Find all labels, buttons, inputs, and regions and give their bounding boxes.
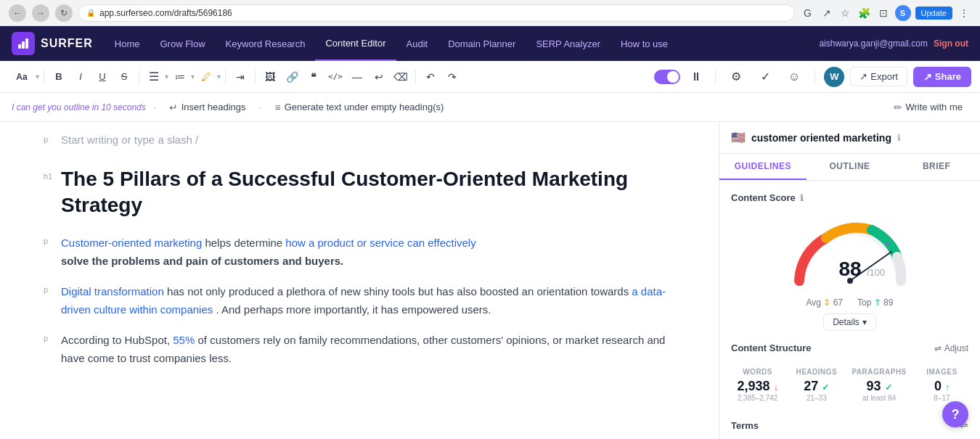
- images-arrow-icon: ↑: [945, 382, 950, 393]
- nav-item-how-to-use[interactable]: How to use: [611, 26, 678, 61]
- write-with-me-icon: ✏: [894, 102, 902, 113]
- update-button[interactable]: Update: [915, 7, 952, 20]
- settings-button[interactable]: ⚙: [724, 65, 748, 89]
- svg-rect-2: [25, 38, 28, 49]
- gauge-container: 88 /100 ✦: [731, 212, 968, 292]
- paragraph-1[interactable]: Customer-oriented marketing helps determ…: [61, 234, 476, 271]
- images-stat: IMAGES 0 ↑ 8–17: [915, 362, 968, 408]
- highlight-chevron-icon: ▾: [217, 73, 221, 81]
- structure-grid: WORDS 2,938 ↓ 2,385–2,742 HEADINGS 27 ✓ …: [731, 362, 968, 408]
- paragraphs-value: 93 ✓: [852, 379, 906, 394]
- paragraph-3[interactable]: According to HubSpot, 55% of customers r…: [61, 331, 675, 368]
- browser-bar: ← → ↻ 🔒 app.surferseo.com/drafts/5696186…: [0, 0, 980, 26]
- align-chevron-icon: ▾: [165, 73, 168, 81]
- content-score-info-icon[interactable]: ℹ: [800, 193, 804, 203]
- check-button[interactable]: ✓: [754, 65, 777, 89]
- details-button[interactable]: Details ▾: [823, 313, 876, 331]
- export-icon: ↗: [859, 71, 867, 82]
- strikethrough-button[interactable]: S: [114, 67, 134, 87]
- tab-guidelines[interactable]: GUIDELINES: [719, 154, 807, 180]
- list-button[interactable]: ≔: [170, 67, 190, 87]
- toolbar-sep-5: [415, 70, 416, 84]
- panel-header: 🇺🇸 customer oriented marketing ℹ: [719, 122, 980, 154]
- keyword-display: customer oriented marketing: [751, 132, 891, 144]
- generate-text-button[interactable]: ≡ Generate text under empty heading(s): [269, 93, 449, 122]
- code-button[interactable]: </>: [325, 67, 346, 87]
- tab-outline[interactable]: OUTLINE: [807, 154, 894, 180]
- quote-button[interactable]: ❝: [303, 67, 324, 87]
- image-button[interactable]: 🖼: [260, 67, 280, 87]
- nav-item-keyword-research[interactable]: Keyword Research: [216, 26, 316, 61]
- redo-button[interactable]: ↷: [442, 67, 462, 87]
- help-button[interactable]: ?: [942, 401, 968, 427]
- highlight-button[interactable]: 🖊: [196, 67, 216, 87]
- paragraph-3-block: p According to HubSpot, 55% of customers…: [44, 331, 675, 368]
- sub-toolbar-right: ✏ Write with me: [888, 93, 969, 122]
- line-button[interactable]: —: [347, 67, 367, 87]
- nav-item-serp-analyzer[interactable]: SERP Analyzer: [526, 26, 611, 61]
- toggle-switch[interactable]: [654, 70, 680, 84]
- article-heading[interactable]: The 5 Pillars of a Successful Customer-O…: [61, 166, 675, 219]
- p1-text1: helps determine: [205, 237, 285, 249]
- sign-out-button[interactable]: Sign out: [934, 38, 968, 49]
- export-button[interactable]: ↗ Export: [850, 67, 907, 86]
- undo-button[interactable]: ↶: [420, 67, 441, 87]
- gauge-chart: 88 /100 ✦: [785, 212, 915, 292]
- share-browser-icon[interactable]: ↗: [820, 6, 834, 20]
- right-panel: 🇺🇸 customer oriented marketing ℹ GUIDELI…: [719, 122, 980, 439]
- back-button[interactable]: ←: [9, 4, 26, 22]
- editor-area[interactable]: p Start writing or type a slash / h1 The…: [0, 122, 719, 439]
- eraser-button[interactable]: ⌫: [391, 67, 411, 87]
- user-email: aishwarya.ganji@gmail.com: [819, 38, 928, 49]
- paragraph-2[interactable]: Digital transformation has not only prod…: [61, 282, 675, 319]
- terms-section: Terms ⇌: [731, 419, 968, 431]
- forward-button[interactable]: →: [32, 4, 49, 22]
- nav-item-domain-planner[interactable]: Domain Planner: [438, 26, 526, 61]
- url-bar[interactable]: 🔒 app.surferseo.com/drafts/5696186: [78, 4, 795, 22]
- font-chevron-icon: ▾: [36, 73, 39, 81]
- emoji-button[interactable]: ☺: [783, 65, 806, 89]
- keyword-info-icon[interactable]: ℹ: [897, 133, 901, 143]
- menu-icon[interactable]: ⋮: [957, 6, 971, 20]
- headings-value: 27 ✓: [793, 379, 840, 394]
- align-button[interactable]: ☰: [144, 67, 164, 87]
- details-chevron-icon: ▾: [862, 317, 867, 327]
- lock-icon: 🔒: [86, 9, 95, 17]
- p1-link1: Customer-oriented marketing: [61, 237, 202, 249]
- p2-text2: . And perhaps more importantly, it has e…: [216, 303, 491, 316]
- write-with-me-button[interactable]: ✏ Write with me: [888, 93, 969, 122]
- star-icon[interactable]: ☆: [838, 6, 853, 20]
- font-size-button[interactable]: Aa: [9, 67, 35, 87]
- panel-tabs: GUIDELINES OUTLINE BRIEF: [719, 154, 980, 181]
- loop-button[interactable]: ↩: [369, 67, 389, 87]
- bold-button[interactable]: B: [49, 67, 69, 87]
- avg-arrow-icon: ⇕: [823, 298, 833, 308]
- svg-rect-1: [22, 41, 25, 49]
- nav-item-content-editor[interactable]: Content Editor: [315, 26, 396, 61]
- browser-avatar[interactable]: S: [895, 5, 911, 21]
- italic-button[interactable]: I: [70, 67, 91, 87]
- fullscreen-icon[interactable]: ⊡: [876, 6, 891, 20]
- main-toolbar: Aa ▾ B I U S ☰ ▾ ≔ ▾ 🖊 ▾ ⇥ 🖼 🔗 ❝ </> — ↩…: [0, 61, 980, 93]
- share-button[interactable]: ↗ Share: [913, 67, 971, 87]
- editor-placeholder: Start writing or type a slash /: [61, 134, 198, 146]
- p2-link1: Digital transformation: [61, 285, 164, 298]
- extension-icon[interactable]: 🧩: [857, 6, 872, 20]
- main-container: p Start writing or type a slash / h1 The…: [0, 122, 980, 439]
- nav-item-audit[interactable]: Audit: [396, 26, 438, 61]
- nav-item-home[interactable]: Home: [105, 26, 150, 61]
- google-icon[interactable]: G: [801, 6, 815, 20]
- words-arrow-icon: ↓: [774, 382, 778, 393]
- insert-headings-button[interactable]: ↵ Insert headings: [163, 93, 252, 122]
- link-button[interactable]: 🔗: [282, 67, 302, 87]
- nav-item-growflow[interactable]: Grow Flow: [150, 26, 215, 61]
- underline-button[interactable]: U: [92, 67, 113, 87]
- outline-prompt[interactable]: I can get you outline in 10 seconds: [12, 102, 146, 112]
- svg-text:/100: /100: [867, 267, 885, 278]
- tab-brief[interactable]: BRIEF: [893, 154, 980, 180]
- pause-button[interactable]: ⏸: [686, 67, 706, 87]
- wordpress-button[interactable]: W: [824, 67, 844, 87]
- refresh-button[interactable]: ↻: [55, 4, 73, 22]
- adjust-button[interactable]: ⇌ Adjust: [934, 343, 968, 353]
- indent-button[interactable]: ⇥: [230, 67, 250, 87]
